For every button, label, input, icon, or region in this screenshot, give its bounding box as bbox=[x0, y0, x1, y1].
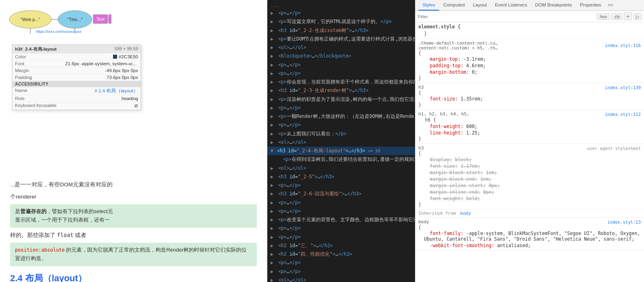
dom-line-28[interactable]: ▶ <h2 id="四、性能优化">…</h2> bbox=[267, 250, 415, 258]
inspector-font-row: Font 21.6px -apple-system, system-ui, "S… bbox=[13, 60, 141, 67]
css-close-brace-h3-1: } bbox=[418, 102, 641, 108]
styles-content: element.style { } .theme-default-content… bbox=[415, 22, 644, 282]
filter-bar: :hov .cls + ▷ bbox=[415, 11, 644, 22]
accessibility-section-label: ACCESSIBILITY bbox=[13, 81, 141, 87]
css-close-brace-h16: } bbox=[418, 136, 641, 142]
filter-input[interactable] bbox=[418, 14, 594, 19]
dom-line-5[interactable]: ▶ <blockquote>…</blockquote> bbox=[267, 52, 415, 60]
css-prop-margin-top: margin-top: -3.1rem; bbox=[418, 56, 641, 62]
dom-line-26[interactable]: ▶ <p>…</p> bbox=[267, 233, 415, 241]
css-close-brace-theme: } bbox=[418, 75, 641, 81]
css-block-h3-1: h3 index.styl:139 { font-size: 1.35rem; … bbox=[415, 83, 644, 110]
css-source-theme[interactable]: index.styl:116 bbox=[605, 43, 641, 48]
a11y-name-value: # 2.4 布局（layout） bbox=[95, 88, 138, 94]
dom-line-3[interactable]: ▶ <p>要让DOM节点拥有正确的样式,这需要进行样式计算,浏览器也需要将CSS… bbox=[267, 35, 415, 43]
diagram-svg: "Web p..." "This..." Text Text https://x… bbox=[6, 3, 111, 36]
a11y-keyboard-label: Keyboard-focusable bbox=[15, 103, 56, 109]
css-source-h1h6[interactable]: index.styl:112 bbox=[605, 112, 641, 117]
dom-line-6[interactable]: ▶ <p>…</p> bbox=[267, 61, 415, 69]
dom-line-13[interactable]: ▶ <p>…</p> bbox=[267, 121, 415, 129]
filter-arrow-btn[interactable]: ▷ bbox=[633, 13, 642, 20]
dom-eq-marker: == $0 bbox=[368, 149, 380, 153]
svg-text:"This...": "This..." bbox=[67, 17, 83, 22]
svg-text:https://xxxx.com/xxxxxxxxxx: https://xxxx.com/xxxxxxxxxx bbox=[36, 30, 82, 34]
filter-controls: :hov .cls + ▷ bbox=[597, 13, 642, 20]
dom-line-9[interactable]: ▶ <h3 id="_2-3-生成render树">…</h3> bbox=[267, 86, 415, 95]
inherited-source-link[interactable]: body bbox=[460, 211, 471, 216]
element-style-selector: element.style { bbox=[418, 24, 641, 30]
dom-line-24[interactable]: ▶ <p>改变某个元素的背景色、文字颜色、边框颜色等等不影响它周围或内部布局的属… bbox=[267, 216, 415, 224]
dom-line-31[interactable]: ▶ <ol>…</ol> bbox=[267, 276, 415, 282]
css-prop-padding-top: padding-top: 4.6rem; bbox=[418, 62, 641, 69]
dom-line-7[interactable]: ▶ <p>…</p> bbox=[267, 69, 415, 78]
css-source-h3-1[interactable]: index.styl:139 bbox=[605, 85, 641, 90]
filter-cls-btn[interactable]: .cls bbox=[611, 13, 623, 20]
dom-line-18[interactable]: ▶ <ol>…</ol> bbox=[267, 164, 415, 173]
dom-line-11[interactable]: ▶ <p>…</p> bbox=[267, 104, 415, 112]
dom-line-20[interactable]: ▶ <p>…</p> bbox=[267, 181, 415, 190]
tab-properties[interactable]: Properties bbox=[576, 0, 605, 11]
css-prop-line-height-h16: line-height: 1.25; bbox=[418, 130, 641, 136]
color-label: Color bbox=[15, 54, 26, 59]
a11y-role-value: heading bbox=[122, 96, 138, 101]
css-selector-text-body: body bbox=[418, 219, 429, 224]
font-label: Font bbox=[15, 61, 24, 66]
a11y-keyboard-value: ⊘ bbox=[134, 103, 138, 109]
dom-line-21[interactable]: ▶ <h3 id="_2-6-回流与重绘">…</h3> bbox=[267, 190, 415, 198]
color-swatch-box bbox=[113, 55, 117, 59]
dom-line-1[interactable]: ▶ <p>写这篇文章时，它的HTML就是这个样子的。</p> bbox=[267, 17, 415, 26]
css-selector-text-h3-ua: h3 bbox=[418, 145, 424, 151]
dom-line-12[interactable]: ▶ <p>一颗Render树,大致这样的：（左边是DOM树,右边是Render树… bbox=[267, 112, 415, 121]
svg-text:Text: Text bbox=[96, 17, 104, 21]
dom-line-17[interactable]: <p>在得到渲染树后,我们还要结合前置知识,遵循一定的规则对页面进行布局：</p… bbox=[267, 155, 415, 164]
tab-computed[interactable]: Computed bbox=[439, 0, 469, 11]
dom-line-30[interactable]: ▶ <p>…</p> bbox=[267, 267, 415, 276]
tab-styles[interactable]: Styles bbox=[418, 0, 439, 11]
a11y-keyboard-row: Keyboard-focusable ⊘ bbox=[13, 102, 141, 110]
css-prop-margin-bottom: margin-bottom: 0; bbox=[418, 69, 641, 75]
css-body-font-smoothing: -webkit-font-smoothing: antialiased; bbox=[418, 242, 641, 249]
dom-dots-top[interactable]: ... bbox=[267, 2, 415, 9]
diagram-area: "Web p..." "This..." Text Text https://x… bbox=[0, 0, 267, 38]
dom-line-25[interactable]: ▶ <p>…</p> bbox=[267, 224, 415, 233]
dom-tag-end: </h3> bbox=[351, 148, 365, 154]
dom-line-15[interactable]: ▶ <ol>…</ol> bbox=[267, 138, 415, 147]
dom-line-16-highlighted[interactable]: ▼ <h3 id="_2-4-布局-layout">…</h3> == $0 bbox=[267, 147, 415, 155]
dom-line-2[interactable]: ▶ <h3 id="_2-2-生成csstom树">…</h3> bbox=[267, 26, 415, 35]
dom-panel[interactable]: ... ▶ <p>…</p> ▶ <p>写这篇文章时，它的HTML就是这个样子的… bbox=[267, 0, 415, 282]
css-selector-text-h3-1: h3 bbox=[418, 85, 424, 90]
dom-line-4[interactable]: ▶ <ol>…</ol> bbox=[267, 43, 415, 52]
css-brace-body: { bbox=[418, 224, 641, 230]
dom-line-23[interactable]: ▶ <p>…</p> bbox=[267, 207, 415, 216]
css-ua-margin-block-start: margin-block-start: 1em; bbox=[418, 169, 641, 176]
dom-arrow-16: ▼ bbox=[271, 148, 273, 154]
tab-dom-breakpoints[interactable]: DOM Breakpoints bbox=[531, 0, 576, 11]
dom-attr-id: id bbox=[288, 148, 294, 154]
padding-label: Padding bbox=[15, 75, 32, 80]
filter-hov-btn[interactable]: :hov bbox=[597, 13, 610, 20]
css-source-body[interactable]: index.styl:13 bbox=[608, 220, 641, 224]
css-open-brace-theme: { bbox=[418, 50, 641, 56]
css-selector-h1h6: h1, h2, h3, h4, h5, index.styl:112 bbox=[418, 111, 641, 117]
tab-event-listeners[interactable]: Event Listeners bbox=[491, 0, 531, 11]
dom-line-10[interactable]: ▶ <p>渲染树的职责是为了显示渲染,树内的每一个点,我们也它渲染器render… bbox=[267, 95, 415, 104]
panel-tabs: Styles Computed Layout Event Listeners D… bbox=[415, 0, 644, 11]
dom-line-22[interactable]: ▶ <p>…</p> bbox=[267, 199, 415, 207]
css-selector-body: body index.styl:13 bbox=[418, 219, 641, 224]
css-ua-font-weight: font-weight: bold; bbox=[418, 195, 641, 202]
dom-attr-val: "_2-4-布局-layout" bbox=[296, 148, 345, 154]
inspector-title: h3#_2-4-布局-layout 599 × 99.59 bbox=[13, 45, 141, 53]
dom-line-0[interactable]: ▶ <p>…</p> bbox=[267, 9, 415, 17]
font-value: 21.6px -apple-system, system-ui, "Seg... bbox=[65, 61, 138, 66]
dom-line-8[interactable]: ▶ <p>你会发现，当前页面拥有若干个样式表，而这些都是来自你的内部css和外部… bbox=[267, 78, 415, 86]
filter-plus-btn[interactable]: + bbox=[624, 13, 632, 20]
tab-layout[interactable]: Layout bbox=[469, 0, 491, 11]
css-close-brace-ua: } bbox=[418, 202, 641, 207]
highlight-2: position:absolute 的元素，因为它脱离了正常的文档流，构造Ren… bbox=[10, 243, 257, 266]
tab-more[interactable]: >> bbox=[605, 0, 615, 11]
dom-line-29[interactable]: ▶ <p>…</p> bbox=[267, 258, 415, 267]
dom-line-14[interactable]: ▶ <p>从上图我们可以看出：</p> bbox=[267, 130, 415, 138]
css-ua-font-size: font-size: 1.17em; bbox=[418, 163, 641, 169]
dom-line-19[interactable]: ▶ <h3 id="_2-5">…</h3> bbox=[267, 173, 415, 181]
dom-line-27[interactable]: ▶ <h2 id="三、">…</h2> bbox=[267, 241, 415, 250]
